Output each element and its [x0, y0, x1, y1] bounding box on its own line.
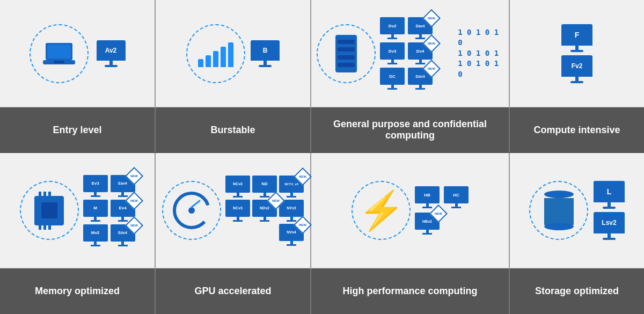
burst-dashed-circle: [186, 24, 245, 83]
ncv3-monitor: NCv3: [225, 200, 250, 222]
bar-5: [228, 42, 233, 67]
dav4-monitor: NEW Dav4: [408, 17, 433, 39]
memory-optimized-label: Memory optimized: [0, 268, 156, 314]
entry-level-icon-cell: Av2: [0, 0, 156, 107]
hbv2-row: NEW HBv2: [415, 213, 469, 235]
hc-monitor: HC: [444, 186, 469, 208]
av2-screen: Av2: [97, 40, 126, 61]
dv4-monitor: NEW Dv4: [408, 42, 433, 64]
gp-monitor-grid: Dv2 NEW Dav4 Dv3 NEW: [380, 17, 453, 90]
hpc-label: High performance computing: [311, 268, 510, 314]
ddv4-monitor: NEW Ddv4: [408, 68, 433, 90]
svg-rect-1: [47, 45, 71, 59]
hbv2-monitor: NEW HBv2: [415, 213, 440, 235]
entry-level-label: Entry level: [0, 107, 156, 152]
lsv2-screen: Lsv2: [594, 212, 625, 233]
bar-3: [213, 51, 218, 67]
svg-line-6: [192, 201, 200, 207]
nvv4-monitor: NEW NVv4: [279, 224, 304, 246]
server-tower-icon: [335, 35, 357, 72]
bar-1: [198, 59, 203, 67]
b-label: B: [263, 47, 268, 54]
chip-icon: [34, 196, 64, 225]
lightning-icon: ⚡: [358, 188, 405, 232]
compute-intensive-icon-cell: F Fv2: [510, 0, 644, 107]
b-screen: B: [251, 40, 280, 61]
gpu-accelerated-label: GPU accelerated: [156, 268, 311, 314]
laptop-icon: [43, 40, 75, 67]
svg-point-5: [188, 207, 195, 214]
entry-dashed-circle: [30, 24, 89, 83]
dv2-monitor: Dv2: [380, 17, 405, 39]
eav4-monitor: NEW Eav4: [111, 175, 135, 197]
hpc-icon-cell: ⚡ HB HC: [311, 153, 510, 268]
storage-monitor-group: L Lsv2: [594, 181, 625, 240]
b-monitor: B: [251, 40, 280, 67]
bar-chart-icon: [198, 40, 233, 67]
l-screen: L: [594, 181, 625, 202]
b-stand: [264, 61, 267, 65]
main-container: Av2 B: [0, 0, 644, 314]
f-monitor: F: [561, 24, 592, 52]
binary-icon: 1 0 1 0 1 01 0 1 0 11 0 1 0 1 0: [458, 27, 503, 80]
dc-screen: DC: [380, 68, 405, 85]
gpu-dashed-circle: [162, 181, 221, 240]
bottom-icon-row: Ev3 NEW Eav4 M NEW Ev4: [0, 153, 644, 268]
storage-icon-cell: L Lsv2: [510, 153, 644, 268]
hpc-dashed-circle: ⚡: [352, 181, 411, 240]
dc-monitor: DC: [380, 68, 405, 90]
bottom-label-row: Memory optimized GPU accelerated High pe…: [0, 268, 644, 314]
compute-intensive-label: Compute intensive: [510, 107, 644, 152]
server-row-3: [338, 55, 355, 60]
general-purpose-icon-cell: Dv2 NEW Dav4 Dv3 NEW: [311, 0, 510, 107]
server-row-2: [338, 47, 355, 52]
fv2-screen: Fv2: [561, 55, 592, 77]
nct4v3-monitor: NEW NCT4_v3: [279, 176, 304, 198]
speedometer-icon: [170, 189, 213, 232]
database-icon: [544, 191, 574, 230]
ndv2-monitor: NEW NDv2: [252, 200, 277, 222]
server-row-1: [338, 40, 355, 44]
storage-optimized-label: Storage optimized: [510, 268, 644, 314]
av2-base: [105, 65, 118, 67]
svg-rect-3: [54, 61, 64, 63]
mv2-monitor: Mv2: [83, 224, 108, 246]
dv3-screen: Dv3: [380, 42, 405, 60]
top-icon-row: Av2 B: [0, 0, 644, 107]
general-purpose-label: General purpose and confidential computi…: [311, 107, 510, 152]
gpu-monitor-grid: NCv2 ND NEW NCT4_v3 NCv3: [225, 176, 304, 246]
hb-monitor: HB: [415, 186, 440, 208]
lsv2-monitor: Lsv2: [594, 212, 625, 240]
ev3-monitor: Ev3: [83, 175, 108, 197]
memory-optimized-icon-cell: Ev3 NEW Eav4 M NEW Ev4: [0, 153, 156, 268]
fv2-monitor: Fv2: [561, 55, 592, 83]
ncv2-monitor: NCv2: [225, 176, 250, 198]
server-row-4: [338, 63, 355, 67]
l-monitor: L: [594, 181, 625, 209]
dv3-monitor: Dv3: [380, 42, 405, 64]
hpc-monitor-group: HB HC NEW HBv2: [415, 186, 469, 235]
gpu-icon-cell: NCv2 ND NEW NCT4_v3 NCv3: [156, 153, 311, 268]
burstable-label: Burstable: [156, 107, 311, 152]
f-monitors: F Fv2: [561, 24, 592, 83]
bar-4: [221, 47, 226, 67]
f-screen: F: [561, 24, 592, 46]
edv4-monitor: NEW Edv4: [111, 224, 135, 246]
bar-2: [206, 55, 211, 67]
av2-label: Av2: [105, 47, 117, 54]
burstable-icon-cell: B: [156, 0, 311, 107]
compute-intensive-icons: 1 0 1 0 1 01 0 1 0 11 0 1 0 1 0: [458, 27, 503, 80]
av2-stand: [109, 61, 113, 65]
hb-hc-row: HB HC: [415, 186, 469, 208]
av2-monitor: Av2: [97, 40, 126, 67]
ev4-monitor: NEW Ev4: [111, 200, 135, 222]
memory-monitor-grid: Ev3 NEW Eav4 M NEW Ev4: [83, 175, 135, 246]
gp-dashed-circle: [317, 24, 376, 83]
dv2-screen: Dv2: [380, 17, 405, 34]
top-label-row: Entry level Burstable General purpose an…: [0, 107, 644, 153]
b-base: [259, 65, 272, 67]
storage-dashed-circle: [529, 181, 588, 240]
m-monitor: M: [83, 200, 108, 222]
mem-dashed-circle: [20, 181, 79, 240]
